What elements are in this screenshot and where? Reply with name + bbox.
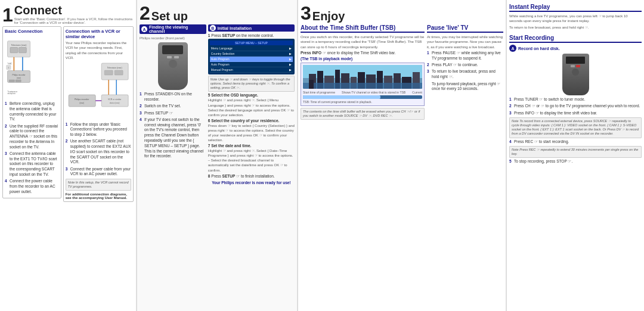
finding-title: Finding the viewing channel — [149, 25, 205, 33]
pause-step-2: 2 Press PLAY ☞ to continue. — [427, 63, 503, 68]
step7-desc: Highlight ☞ and press right ☞. Select { … — [208, 148, 295, 172]
rec-step-2: 2 Press CH ☞ or ☞ to go to the TV progra… — [509, 104, 642, 109]
vcr-diagram: Television (rear) Philips recorder (rear… — [66, 62, 131, 122]
screen-header: SETUP MENU – SETUP — [210, 41, 293, 45]
tsb-progress-area: Start time of programme Shows TV channel… — [303, 91, 422, 104]
finding-header: A Finding the viewing channel — [140, 24, 206, 34]
section-enjoy: 3 Enjoy About the Time Shift Buffer (TSB… — [298, 0, 507, 311]
svg-text:Philips recorder: Philips recorder — [75, 98, 89, 101]
vcr-footer: For additional connection diagrams, see … — [66, 192, 131, 200]
basic-step-3: 3 Connect the antenna cable to the EXT1 … — [5, 151, 59, 178]
svg-rect-7 — [9, 80, 14, 82]
basic-connection-box: Basic Connection Television (rear) Phili… — [2, 26, 61, 198]
remote-screen — [162, 45, 183, 54]
pause-step-4: To jump forward playback, press right ☞ … — [427, 82, 503, 92]
record-subtitle-area: A Record on hard disk. — [509, 45, 642, 52]
record-dpad — [572, 69, 579, 76]
recording-steps-2: 4 Press REC ☞ to start recording. — [509, 139, 642, 145]
svg-text:VCR or similar: VCR or similar — [108, 98, 122, 101]
instant-replay-intro: While watching a live TV programme, you … — [509, 14, 642, 24]
step6-desc: Press down ☞ key to select { Country (Se… — [208, 123, 295, 142]
instant-replay-step: To return to live broadcast, press and h… — [509, 25, 642, 30]
initial-header: B Initial Installation — [208, 24, 295, 32]
setup-note: Note Use up ☞ and down ☞ keys to toggle … — [208, 76, 295, 92]
menu-row-1: Menu Language▶ — [210, 46, 293, 51]
svg-text:To antenna or: To antenna or — [8, 91, 18, 93]
recording-steps: 1 Press TUNER ☞ to switch to tuner mode.… — [509, 97, 642, 116]
connect-number: 1 — [2, 5, 13, 24]
vcr-note: Note In this setup, the VCR cannot recor… — [66, 179, 131, 191]
rec-step-3: 3 Press INFO ☞ to display the time shift… — [509, 111, 642, 116]
tsb-start-label: Start time of programme — [303, 91, 335, 94]
connect-content: Basic Connection Television (rear) Phili… — [2, 26, 134, 307]
finding-step-1: 1 Press STANDBY-ON on the recorder. — [140, 92, 206, 102]
svg-text:Philips recorder: Philips recorder — [13, 74, 26, 76]
svg-text:set-top box: set-top box — [8, 92, 16, 95]
svg-text:(rear): (rear) — [17, 77, 21, 79]
vcr-intro: Your new Philips recorder replaces the V… — [66, 41, 131, 61]
pause-tv-title: Pause 'live' TV — [427, 24, 503, 33]
vcr-step-3: 3 Connect the power cable from your VCR … — [66, 167, 131, 178]
remote-nav-area — [169, 60, 177, 68]
tsb-progress-fill — [303, 95, 380, 99]
enjoy-title: Enjoy — [312, 10, 345, 23]
svg-text:Television (rear): Television (rear) — [11, 44, 27, 46]
svg-rect-2 — [10, 48, 18, 53]
start-recording-section: Start Recording A Record on hard disk. — [509, 35, 642, 166]
record-btn-rec — [576, 65, 580, 67]
tsb-progress-bar — [303, 95, 422, 99]
svg-rect-19 — [114, 70, 123, 75]
vcr-connection: Connection with a VCR or similar device … — [63, 26, 134, 307]
basic-step-2: 2 Use the supplied RF coaxial cable to c… — [5, 124, 59, 150]
record-subtitle: Record on hard disk. — [518, 46, 560, 51]
menu-row-4: Auto Program▶ — [210, 62, 293, 67]
record-btn-1 — [571, 65, 575, 67]
enjoy-content: About the Time Shift Buffer (TSB) Once y… — [301, 24, 503, 307]
ready-text: Your Philips recorder is now ready for u… — [208, 181, 295, 185]
initial-step1: 1 Press SETUP on the remote control. — [208, 33, 295, 38]
basic-connection: Basic Connection Television (rear) Phili… — [2, 26, 61, 307]
pause-tv-section: Pause 'live' TV At times, you may be int… — [427, 24, 503, 307]
rec-note-1: Note To record from a connected external… — [509, 117, 642, 138]
tsb-current-label: Current — [412, 91, 422, 94]
remote-image — [158, 42, 188, 90]
record-remote-area — [509, 54, 642, 95]
rec-step-1: 1 Press TUNER ☞ to switch to tuner mode. — [509, 97, 642, 102]
tsb-stored-label: Shows TV channel or video that is stored… — [342, 91, 405, 94]
svg-rect-20 — [69, 95, 95, 107]
tsb-section: About the Time Shift Buffer (TSB) Once y… — [301, 24, 425, 307]
recording-steps-3: 5 To stop recording, press STOP ☞. — [509, 159, 642, 164]
finding-steps: 1 Press STANDBY-ON on the recorder. 2 Sw… — [140, 92, 206, 159]
basic-step-4: 4 Connect the power cable from the recor… — [5, 179, 59, 194]
rec-note-2: Note Press REC ☞ repeatedly to extend 30… — [509, 146, 642, 158]
rec-step-4: 4 Press REC ☞ to start recording. — [509, 139, 642, 145]
step5-desc: Highlight ☞ and press right ☞. Select { … — [208, 98, 295, 117]
finding-step-4: 4 If your TV does not switch to the corr… — [140, 117, 206, 159]
initial-title: Initial Installation — [218, 26, 252, 30]
record-remote-btns — [571, 65, 580, 67]
tsb-playback-note: (The TSB in playback mode) — [301, 57, 425, 61]
vcr-steps: 1 Follow the steps under 'Basic Connecti… — [66, 122, 131, 178]
step7-label: 7 Set the date and time. — [208, 144, 295, 148]
svg-text:device (rear): device (rear) — [109, 102, 119, 104]
vcr-step-2: 2 Use another SCART cable (not supplied)… — [66, 139, 131, 165]
remote-image-area — [140, 42, 206, 90]
instant-replay-title: Instant Replay — [509, 4, 642, 12]
menu-row-3: Auto Program▶ — [210, 57, 293, 62]
svg-rect-3 — [19, 48, 27, 53]
svg-text:To AC: To AC — [8, 63, 12, 65]
tsb-title: About the Time Shift Buffer (TSB) — [301, 24, 425, 33]
enjoy-number: 3 — [301, 4, 311, 23]
svg-text:(rear): (rear) — [79, 102, 83, 104]
record-remote-screen — [566, 57, 585, 64]
setup-header: 2 Set up — [140, 4, 295, 23]
remote-dpad — [169, 60, 177, 68]
vcr-step-1: 1 Follow the steps under 'Basic Connecti… — [66, 122, 131, 138]
menu-row-5: Manual Program▶ — [210, 67, 293, 73]
connect-subtitle: Start with the 'Basic Connection'. If yo… — [14, 17, 134, 24]
pause-step-1: 1 Press PAUSE ☞ while watching any live … — [427, 51, 503, 61]
setup-number: 2 — [140, 4, 150, 23]
finding-step-2: 2 Switch on the TV set. — [140, 104, 206, 109]
page-wrapper: 1 Connect Start with the 'Basic Connecti… — [0, 0, 644, 311]
connect-title: Connect — [14, 4, 62, 17]
